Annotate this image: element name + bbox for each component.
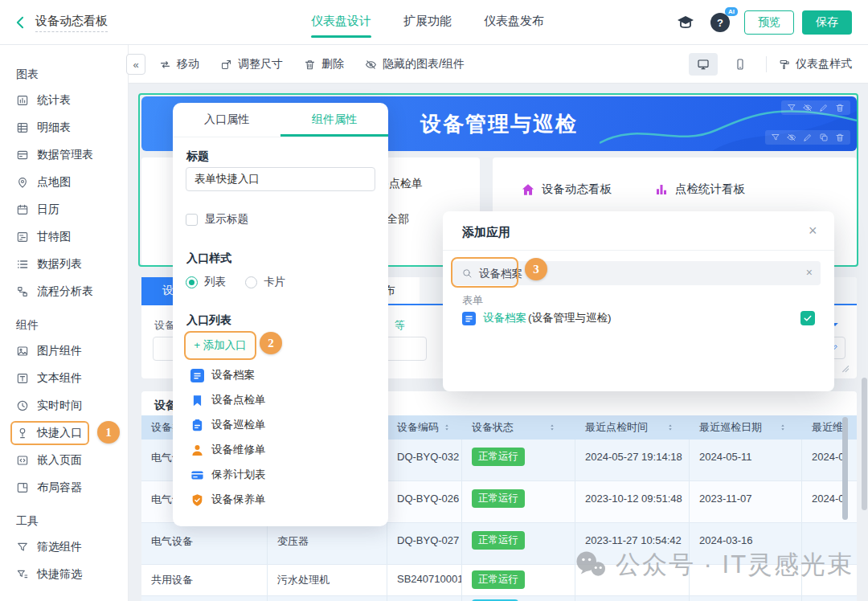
- sidebar-item-layout-container[interactable]: 布局容器: [0, 474, 128, 501]
- column-header[interactable]: 设备编码: [387, 415, 462, 440]
- panel-tab-entry-props[interactable]: 入口属性: [173, 103, 280, 137]
- move-button[interactable]: 移动: [159, 57, 199, 72]
- sort-icon[interactable]: [548, 423, 556, 432]
- style-option-list[interactable]: 列表: [186, 275, 226, 289]
- widget-minibar-top[interactable]: [781, 100, 850, 115]
- entry-item[interactable]: 设备维修单: [190, 443, 266, 457]
- dashboard-link-stats[interactable]: 点检统计看板: [654, 182, 745, 197]
- cell-status: 正常运行: [462, 565, 575, 595]
- mobile-view-button[interactable]: [726, 53, 755, 76]
- sidebar-item-image[interactable]: 图片组件: [0, 337, 128, 365]
- table-scrollbar[interactable]: [842, 417, 848, 520]
- app-result-row[interactable]: 设备档案 (设备管理与巡检): [462, 311, 815, 325]
- title-field-label: 标题: [186, 149, 209, 164]
- edit-icon[interactable]: [819, 103, 829, 112]
- calendar-icon: [16, 203, 29, 216]
- entry-item[interactable]: 设备巡检单: [190, 418, 266, 432]
- stat-table-icon: [16, 94, 29, 107]
- entry-item[interactable]: 设备保养单: [190, 493, 266, 507]
- dashboard-link-current[interactable]: 设备动态看板: [521, 182, 612, 197]
- tab-extensions[interactable]: 扩展功能: [403, 14, 452, 38]
- entry-item[interactable]: 保养计划表: [190, 468, 266, 482]
- resize-button[interactable]: 调整尺寸: [220, 57, 283, 72]
- style-option-card[interactable]: 卡片: [245, 275, 285, 289]
- sidebar-item-embed-page[interactable]: 嵌入页面: [0, 447, 128, 474]
- app-header: 设备动态看板 仪表盘设计 扩展功能 仪表盘发布 ? AI 预览 保存: [0, 0, 868, 45]
- entry-item[interactable]: 设备档案: [190, 368, 266, 382]
- funnel-icon[interactable]: [787, 103, 796, 112]
- canvas-scrollbar[interactable]: [862, 378, 867, 510]
- column-header[interactable]: 最近巡检日期: [690, 415, 802, 440]
- desktop-view-button[interactable]: [689, 53, 718, 76]
- search-input-value[interactable]: 设备档案: [479, 267, 522, 281]
- sidebar-item-data-manage-table[interactable]: 数据管理表: [0, 141, 128, 169]
- selected-checkbox[interactable]: [800, 311, 815, 325]
- eye-off-icon[interactable]: [803, 103, 813, 112]
- sort-icon[interactable]: [779, 423, 787, 432]
- sidebar-section-tools: 工具: [0, 501, 128, 534]
- graduation-cap-icon[interactable]: [676, 13, 695, 32]
- sidebar-item-data-list[interactable]: 数据列表: [0, 251, 128, 278]
- app-search-bar[interactable]: 设备档案 ×: [452, 261, 821, 285]
- cell-last-check: 2024-05-27 19:14:18: [575, 440, 690, 480]
- show-title-checkbox[interactable]: [186, 214, 198, 226]
- back-icon[interactable]: [13, 14, 29, 31]
- clear-search-icon[interactable]: ×: [806, 266, 813, 279]
- sidebar-item-calendar[interactable]: 日历: [0, 196, 128, 223]
- radio-card[interactable]: [245, 276, 257, 288]
- copy-icon[interactable]: [819, 133, 829, 142]
- show-title-row[interactable]: 显示标题: [186, 212, 248, 227]
- sort-icon[interactable]: [666, 423, 674, 432]
- hidden-widgets-button[interactable]: 隐藏的图表/组件: [365, 57, 465, 72]
- app-result-name: 设备档案: [483, 311, 526, 325]
- preview-button[interactable]: 预览: [744, 10, 794, 35]
- column-header[interactable]: 设备状态: [462, 415, 575, 440]
- sidebar-item-stat-table[interactable]: 统计表: [0, 87, 128, 114]
- tab-dashboard-publish[interactable]: 仪表盘发布: [484, 14, 544, 38]
- cell-name: 变压器: [268, 523, 387, 564]
- funnel-icon[interactable]: [771, 133, 780, 142]
- sidebar-item-realtime-clock[interactable]: 实时时间: [0, 392, 128, 419]
- column-header[interactable]: 最近维: [802, 415, 857, 440]
- cell-last-repair: 2024-0: [802, 481, 857, 522]
- sort-icon[interactable]: [443, 423, 451, 432]
- sidebar-item-quick-filter[interactable]: 快捷筛选: [0, 561, 128, 588]
- filter-operator[interactable]: 等: [395, 318, 405, 333]
- cell-last-patrol: [690, 596, 802, 601]
- panel-tab-component-props[interactable]: 组件属性: [280, 103, 388, 137]
- sidebar-item-filter-component[interactable]: 筛选组件: [0, 534, 128, 561]
- sidebar-item-flow-analysis[interactable]: 流程分析表: [0, 278, 128, 305]
- save-button[interactable]: 保存: [802, 10, 852, 35]
- text-icon: [16, 372, 29, 385]
- delete-icon[interactable]: [835, 103, 845, 112]
- table-row[interactable]: [141, 596, 857, 601]
- flow-icon: [16, 285, 29, 298]
- delete-button[interactable]: 删除: [304, 57, 344, 72]
- dashboard-style-button[interactable]: 仪表盘样式: [778, 57, 852, 72]
- widget-minibar-bottom[interactable]: [765, 130, 850, 145]
- add-entry-button[interactable]: + 添加入口: [184, 331, 256, 360]
- sidebar-item-text[interactable]: 文本组件: [0, 365, 128, 392]
- header-tabs: 仪表盘设计 扩展功能 仪表盘发布: [311, 14, 544, 38]
- sidebar-item-gantt[interactable]: 甘特图: [0, 223, 128, 251]
- eye-off-icon[interactable]: [787, 133, 796, 142]
- close-icon[interactable]: ×: [809, 223, 817, 238]
- column-header[interactable]: 最近点检时间: [575, 415, 690, 440]
- delete-icon[interactable]: [835, 133, 845, 142]
- data-table-icon: [16, 149, 29, 161]
- sidebar-item-detail-table[interactable]: 明细表: [0, 114, 128, 141]
- radio-list[interactable]: [186, 276, 198, 288]
- collapse-sidebar-button[interactable]: «: [126, 54, 145, 75]
- help-button[interactable]: ? AI: [710, 13, 730, 32]
- app-result-suffix: (设备管理与巡检): [528, 311, 612, 325]
- bar-chart-icon: [654, 182, 669, 197]
- tab-dashboard-design[interactable]: 仪表盘设计: [311, 14, 371, 38]
- entry-list: 设备档案 设备点检单 设备巡检单 设备维修单 保养计划表 设备保养单: [190, 368, 266, 507]
- title-input[interactable]: [186, 167, 375, 191]
- sidebar-item-point-map[interactable]: 点地图: [0, 169, 128, 196]
- entry-item[interactable]: 设备点检单: [190, 393, 266, 407]
- resize-handle-icon[interactable]: [839, 362, 850, 374]
- monitor-icon: [697, 58, 710, 71]
- edit-icon[interactable]: [803, 133, 813, 142]
- page-title[interactable]: 设备动态看板: [35, 14, 108, 32]
